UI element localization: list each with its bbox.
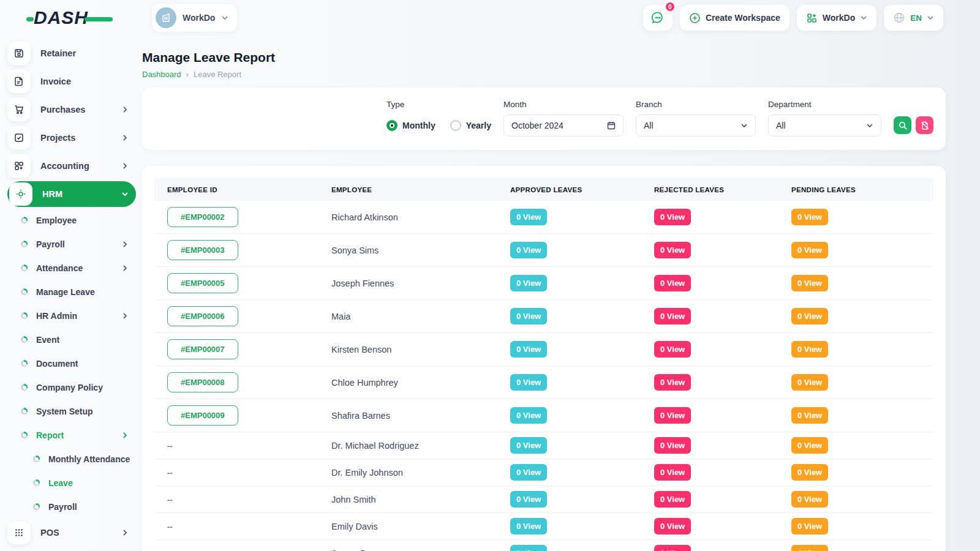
radio-yearly[interactable]: Yearly: [450, 120, 491, 131]
employee-name: James Brown: [331, 549, 510, 551]
sidebar-item-hr-admin[interactable]: HR Admin: [7, 304, 136, 328]
pending-leaves-view-badge[interactable]: 0 View: [791, 518, 828, 534]
plus-circle-icon: [689, 12, 701, 24]
chevron-right-icon: [121, 106, 129, 113]
approved-leaves-view-badge[interactable]: 0 View: [510, 407, 547, 424]
breadcrumb-dashboard-link[interactable]: Dashboard: [142, 70, 181, 79]
rejected-leaves-view-badge[interactable]: 0 View: [654, 407, 691, 424]
rejected-leaves-view-badge[interactable]: 0 View: [654, 308, 691, 324]
pending-leaves-view-badge[interactable]: 0 View: [791, 308, 828, 324]
sidebar-item-document[interactable]: Document: [7, 351, 136, 375]
bullet-icon: [21, 384, 28, 391]
employee-name: Shafira Barnes: [331, 411, 510, 421]
sidebar-item-company-policy[interactable]: Company Policy: [7, 375, 136, 399]
rejected-leaves-view-badge[interactable]: 0 View: [654, 437, 691, 454]
employee-name: Sonya Sims: [331, 246, 510, 255]
approved-leaves-view-badge[interactable]: 0 View: [510, 341, 547, 358]
reset-button[interactable]: [916, 116, 933, 134]
sidebar-item-projects[interactable]: Projects: [7, 124, 136, 152]
sidebar-item-payroll[interactable]: Payroll: [7, 232, 136, 256]
approved-leaves-view-badge[interactable]: 0 View: [510, 464, 547, 481]
sidebar-item-employee[interactable]: Employee: [7, 208, 136, 232]
branch-select[interactable]: All: [636, 114, 756, 137]
employee-id-button[interactable]: #EMP00007: [167, 339, 238, 359]
pending-leaves-view-badge[interactable]: 0 View: [791, 545, 828, 551]
pending-leaves-view-badge[interactable]: 0 View: [791, 209, 828, 225]
rejected-leaves-view-badge[interactable]: 0 View: [654, 518, 691, 534]
rejected-leaves-view-badge[interactable]: 0 View: [654, 491, 691, 508]
pending-leaves-view-badge[interactable]: 0 View: [791, 464, 828, 481]
sidebar-item-attendance[interactable]: Attendance: [7, 256, 136, 280]
sidebar-item-purchases[interactable]: Purchases: [7, 96, 136, 124]
chevron-right-icon: [121, 241, 129, 248]
sidebar-item-invoice[interactable]: Invoice: [7, 67, 136, 96]
workspace-selector[interactable]: WorkDo: [152, 4, 237, 32]
rejected-leaves-view-badge[interactable]: 0 View: [654, 275, 691, 291]
approved-leaves-view-badge[interactable]: 0 View: [510, 209, 547, 225]
department-select[interactable]: All: [768, 114, 881, 137]
radio-monthly[interactable]: Monthly: [386, 120, 435, 131]
column-header-approved: APPROVED LEAVES: [510, 186, 654, 193]
pending-leaves-view-badge[interactable]: 0 View: [791, 374, 828, 391]
table-row: #EMP00005 Joseph Fiennes 0 View 0 View 0…: [154, 267, 933, 300]
sidebar-label: Monthly Attendance: [48, 454, 130, 464]
table-row: #EMP00009 Shafira Barnes 0 View 0 View 0…: [154, 399, 933, 432]
workspace-dropdown[interactable]: WorkDo: [797, 5, 876, 31]
file-off-icon: [921, 121, 929, 130]
create-workspace-button[interactable]: Create Workspace: [680, 5, 790, 31]
invoice-file-icon: [7, 70, 31, 93]
pending-leaves-view-badge[interactable]: 0 View: [791, 491, 828, 508]
approved-leaves-view-badge[interactable]: 0 View: [510, 275, 547, 291]
sidebar-item-hrm[interactable]: HRM: [7, 181, 136, 207]
employee-id-button[interactable]: #EMP00006: [167, 306, 238, 326]
sidebar-item-report-payroll[interactable]: Payroll: [7, 495, 136, 519]
building-icon: [160, 12, 172, 23]
pending-leaves-view-badge[interactable]: 0 View: [791, 341, 828, 358]
approved-leaves-view-badge[interactable]: 0 View: [510, 308, 547, 324]
approved-leaves-view-badge[interactable]: 0 View: [510, 242, 547, 258]
breadcrumb-separator: ›: [186, 70, 189, 79]
leave-report-table-card: EMPLOYEE ID EMPLOYEE APPROVED LEAVES REJ…: [142, 166, 946, 551]
rejected-leaves-view-badge[interactable]: 0 View: [654, 464, 691, 481]
approved-leaves-view-badge[interactable]: 0 View: [510, 437, 547, 454]
search-button[interactable]: [894, 116, 911, 134]
sidebar-item-leave[interactable]: Leave: [7, 471, 136, 495]
pending-leaves-view-badge[interactable]: 0 View: [791, 407, 828, 424]
rejected-leaves-view-badge[interactable]: 0 View: [654, 341, 691, 358]
employee-id-button[interactable]: #EMP00005: [167, 273, 238, 293]
table-row: -- John Smith 0 View 0 View 0 View: [154, 486, 933, 513]
rejected-leaves-view-badge[interactable]: 0 View: [654, 545, 691, 551]
employee-id-button[interactable]: #EMP00008: [167, 372, 238, 392]
employee-id-button[interactable]: #EMP00002: [167, 207, 238, 227]
rejected-leaves-view-badge[interactable]: 0 View: [654, 209, 691, 225]
chevron-down-icon: [121, 190, 129, 198]
sidebar-item-pos[interactable]: POS: [7, 519, 136, 547]
employee-id-button[interactable]: #EMP00003: [167, 240, 238, 260]
sidebar-item-retainer[interactable]: Retainer: [7, 39, 136, 67]
sidebar-item-event[interactable]: Event: [7, 328, 136, 351]
pending-leaves-view-badge[interactable]: 0 View: [791, 275, 828, 291]
sidebar-item-manage-leave[interactable]: Manage Leave: [7, 280, 136, 304]
sidebar-item-report[interactable]: Report: [7, 423, 136, 447]
pending-leaves-view-badge[interactable]: 0 View: [791, 242, 828, 258]
bullet-icon: [21, 264, 28, 271]
employee-id-button[interactable]: #EMP00009: [167, 405, 238, 425]
approved-leaves-view-badge[interactable]: 0 View: [510, 518, 547, 534]
rejected-leaves-view-badge[interactable]: 0 View: [654, 374, 691, 391]
sidebar-label: HRM: [42, 189, 62, 199]
pending-leaves-view-badge[interactable]: 0 View: [791, 437, 828, 454]
filter-card: Type Monthly Yearly Month: [142, 88, 946, 150]
language-selector[interactable]: EN: [884, 5, 943, 31]
type-filter: Type Monthly Yearly: [386, 100, 491, 137]
approved-leaves-view-badge[interactable]: 0 View: [510, 491, 547, 508]
sidebar-item-monthly-attendance[interactable]: Monthly Attendance: [7, 447, 136, 471]
sidebar-item-accounting[interactable]: Accounting: [7, 152, 136, 180]
messages-button[interactable]: 0: [643, 5, 673, 31]
employee-name: Joseph Fiennes: [331, 279, 510, 288]
approved-leaves-view-badge[interactable]: 0 View: [510, 545, 547, 551]
sidebar-item-system-setup[interactable]: System Setup: [7, 399, 136, 423]
approved-leaves-view-badge[interactable]: 0 View: [510, 374, 547, 391]
month-input[interactable]: October 2024: [503, 114, 624, 137]
table-row: #EMP00008 Chloe Humphrey 0 View 0 View 0…: [154, 366, 933, 399]
rejected-leaves-view-badge[interactable]: 0 View: [654, 242, 691, 258]
